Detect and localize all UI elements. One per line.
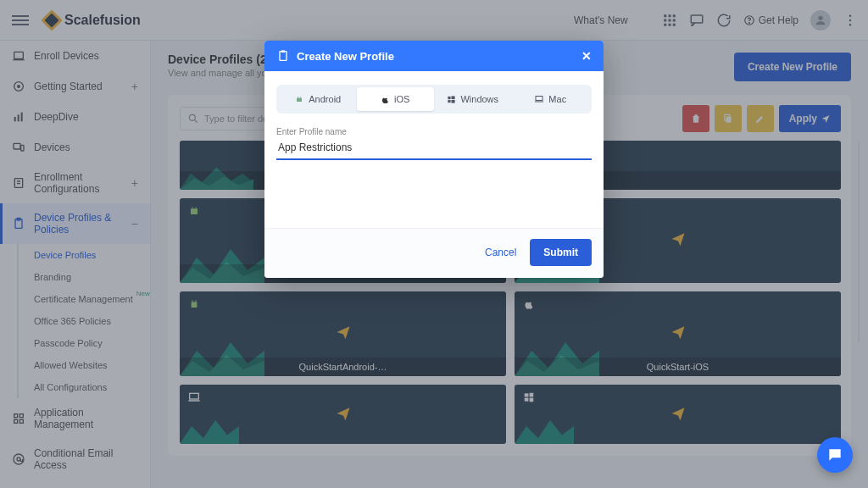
windows-icon <box>447 95 456 104</box>
svg-rect-71 <box>536 97 542 101</box>
platform-tab-android[interactable]: Android <box>279 87 357 111</box>
svg-rect-68 <box>452 96 455 99</box>
platform-tab-ios[interactable]: iOS <box>357 87 435 111</box>
create-profile-modal: Create New Profile ✕ Android iOS Windows <box>264 41 604 278</box>
submit-button[interactable]: Submit <box>530 239 592 266</box>
svg-rect-69 <box>448 99 451 102</box>
modal-header: Create New Profile ✕ <box>264 41 604 71</box>
svg-point-66 <box>300 97 301 97</box>
svg-rect-67 <box>448 96 451 98</box>
svg-rect-63 <box>280 52 287 61</box>
svg-rect-70 <box>452 99 455 103</box>
platform-tab-windows[interactable]: Windows <box>434 87 512 111</box>
svg-rect-64 <box>281 50 285 53</box>
profile-name-input[interactable] <box>276 136 592 160</box>
platform-tabs: Android iOS Windows Mac <box>276 85 592 114</box>
apple-icon <box>381 95 390 104</box>
cancel-button[interactable]: Cancel <box>485 247 516 258</box>
android-icon <box>294 94 304 104</box>
modal-close-button[interactable]: ✕ <box>581 49 592 63</box>
modal-title: Create New Profile <box>297 50 394 63</box>
profile-name-label: Enter Profile name <box>276 127 592 136</box>
chat-widget-button[interactable] <box>817 437 853 473</box>
modal-overlay: Create New Profile ✕ Android iOS Windows <box>0 0 868 488</box>
clipboard-icon <box>276 49 290 63</box>
mac-icon <box>534 94 544 104</box>
svg-point-65 <box>298 97 298 97</box>
platform-tab-mac[interactable]: Mac <box>512 87 590 111</box>
